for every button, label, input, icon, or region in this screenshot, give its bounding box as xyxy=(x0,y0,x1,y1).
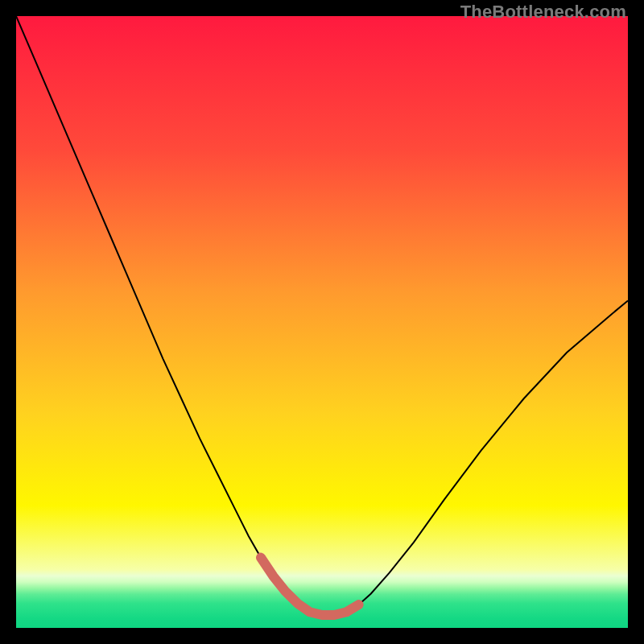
gradient-background xyxy=(16,16,628,628)
chart-frame: TheBottleneck.com xyxy=(0,0,644,644)
plot-area xyxy=(16,16,628,628)
chart-svg xyxy=(16,16,628,628)
watermark-text: TheBottleneck.com xyxy=(460,2,626,23)
